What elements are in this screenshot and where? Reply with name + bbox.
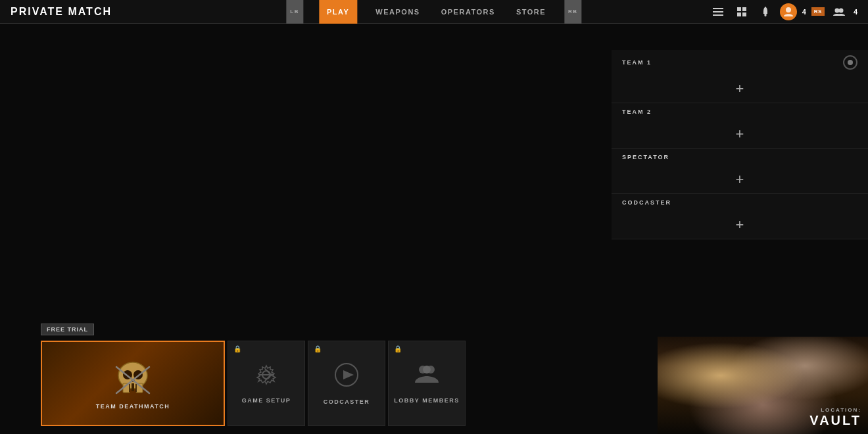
grid-icon-btn[interactable] (733, 3, 751, 21)
skull-icon (110, 357, 156, 403)
spectator-label: SPECTATOR (622, 154, 669, 160)
spinner-inner (848, 60, 853, 65)
card-game-setup-label: GAME SETUP (242, 397, 291, 404)
svg-point-10 (834, 8, 839, 12)
main-content-area: TEAM 1 + TEAM 2 + SPECTATOR + (0, 24, 868, 434)
svg-rect-14 (132, 383, 134, 391)
card-codcaster-label: CODCASTER (324, 398, 370, 405)
free-trial-badge: FREE TRIAL (41, 324, 94, 335)
team-2-header: TEAM 2 (612, 103, 868, 120)
svg-rect-6 (742, 12, 746, 16)
team-1-add-button[interactable]: + (622, 82, 857, 96)
team-1-add-row[interactable]: + (612, 75, 868, 103)
codcaster-lock-icon: 🔒 (314, 345, 322, 352)
rs-badge: RS (811, 7, 825, 16)
location-label: LOCATION: VAULT (809, 407, 861, 427)
codcaster-add-row[interactable]: + (612, 211, 868, 239)
team-1-header: TEAM 1 (612, 50, 868, 75)
team-2-add-row[interactable]: + (612, 120, 868, 148)
spectator-add-row[interactable]: + (612, 166, 868, 193)
card-game-setup[interactable]: 🔒 GAME SETUP (228, 341, 305, 426)
logo-area: PRIVATE MATCH (0, 0, 122, 23)
nav-right-controls: 4 RS 4 (709, 3, 868, 21)
svg-marker-27 (343, 370, 354, 379)
card-codcaster[interactable]: 🔒 CODCASTER (308, 341, 385, 426)
nav-item-weapons[interactable]: WEAPONS (373, 0, 422, 24)
card-lobby-members-label: LOBBY MEMBERS (394, 397, 459, 404)
svg-rect-5 (737, 12, 741, 16)
users-icon (414, 363, 440, 392)
svg-point-9 (786, 7, 791, 12)
play-circle-icon (333, 362, 360, 393)
count-2: 4 (854, 8, 857, 16)
lb-badge: LB (286, 0, 303, 24)
svg-rect-4 (742, 7, 746, 11)
spectator-section: SPECTATOR + (612, 149, 868, 194)
nav-item-operators[interactable]: OPERATORS (439, 0, 498, 24)
spectator-header: SPECTATOR (612, 149, 868, 166)
nav-item-play[interactable]: PLAY (319, 0, 357, 24)
codcaster-section: CODCASTER + (612, 194, 868, 239)
svg-point-8 (764, 14, 766, 16)
avatar[interactable] (780, 3, 797, 20)
game-setup-lock-icon: 🔒 (233, 345, 241, 352)
bell-icon-btn[interactable] (756, 3, 775, 21)
team-2-add-button[interactable]: + (622, 127, 857, 141)
codcaster-add-button[interactable]: + (622, 218, 857, 232)
svg-rect-2 (713, 14, 723, 16)
nav-item-store[interactable]: STORE (514, 0, 548, 24)
gear-icon (254, 363, 278, 392)
spectator-add-button[interactable]: + (622, 172, 857, 187)
page-title: PRIVATE MATCH (11, 6, 112, 18)
svg-rect-0 (713, 8, 723, 9)
menu-icon-btn[interactable] (709, 3, 727, 21)
card-team-deathmatch-label: Team Deathmatch (96, 403, 170, 410)
card-team-deathmatch[interactable]: Team Deathmatch (41, 341, 225, 426)
nav-center-items: LB PLAY WEAPONS OPERATORS STORE RB (286, 0, 581, 24)
codcaster-header: CODCASTER (612, 194, 868, 211)
teams-panel: TEAM 1 + TEAM 2 + SPECTATOR + (612, 50, 868, 239)
team-1-section: TEAM 1 + (612, 50, 868, 103)
team-2-section: TEAM 2 + (612, 103, 868, 149)
team-1-label: TEAM 1 (622, 59, 652, 66)
svg-rect-1 (713, 11, 723, 12)
social-icon-btn[interactable] (830, 3, 848, 21)
svg-rect-3 (737, 7, 741, 11)
location-name: VAULT (809, 413, 861, 427)
team-2-label: TEAM 2 (622, 108, 652, 115)
lobby-lock-icon: 🔒 (394, 345, 402, 352)
codcaster-label: CODCASTER (622, 199, 671, 206)
card-lobby-members[interactable]: 🔒 LOBBY MEMBERS (388, 341, 466, 426)
svg-point-11 (838, 8, 843, 12)
count-1: 4 (802, 8, 806, 16)
rb-badge: RB (564, 0, 582, 24)
location-prefix: LOCATION: (809, 407, 861, 413)
team-1-spinner (843, 55, 857, 70)
svg-point-30 (423, 366, 431, 374)
location-panel: LOCATION: VAULT (658, 337, 868, 434)
top-navigation: PRIVATE MATCH LB PLAY WEAPONS OPERATORS … (0, 0, 868, 24)
